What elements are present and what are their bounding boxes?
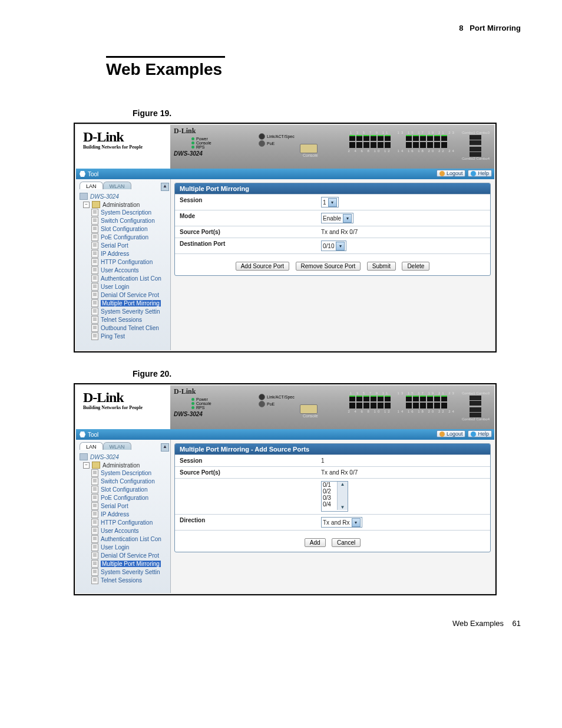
tree-root[interactable]: DWS-3024 [80, 193, 170, 200]
sidebar-item-slot-configuration[interactable]: Slot Configuration [91, 486, 170, 493]
collapse-icon[interactable]: − [83, 202, 90, 208]
tool-menu[interactable]: Tool [80, 431, 98, 438]
direction-label: Direction [180, 517, 321, 528]
page-header: 8 Port Mirroring [41, 24, 521, 32]
brand-tagline: Building Networks for People [83, 144, 167, 150]
sidebar-item-port-mirroring[interactable]: Multiple Port Mirroring [91, 299, 170, 307]
sidebar-item-user-accounts[interactable]: User Accounts [91, 266, 170, 274]
sidebar-item-ip-address[interactable]: IP Address [91, 510, 170, 518]
sidebar-item-outbound-telnet[interactable]: Outbound Telnet Clien [91, 324, 170, 332]
delete-button[interactable]: Delete [402, 262, 429, 271]
logout-button[interactable]: Logout [437, 170, 466, 177]
tab-lan[interactable]: LAN [80, 182, 103, 189]
brand-name: D-Link [83, 130, 167, 144]
remove-source-port-button[interactable]: Remove Source Port [296, 262, 361, 271]
sidebar-item-telnet-sessions[interactable]: Telnet Sessions [91, 577, 170, 584]
page-icon [91, 266, 98, 274]
sidebar-item-serial-port[interactable]: Serial Port [91, 502, 170, 510]
tab-wlan[interactable]: WLAN [103, 182, 131, 189]
port-numbers-top-b: 13 15 17 19 21 23 [398, 131, 456, 134]
port-numbers-bottom-a: 2 4 6 8 10 12 [348, 410, 392, 413]
scroll-up-button[interactable]: ▲ [161, 443, 169, 452]
sidebar-item-poe-configuration[interactable]: PoE Configuration [91, 494, 170, 502]
page-icon [91, 469, 98, 477]
sidebar-item-system-description[interactable]: System Description [91, 469, 170, 477]
sidebar-item-severity[interactable]: System Severity Settin [91, 568, 170, 576]
add-source-port-button[interactable]: Add Source Port [236, 262, 289, 271]
logout-button[interactable]: Logout [437, 430, 466, 437]
scroll-down-icon[interactable]: ▼ [340, 505, 345, 510]
submit-button[interactable]: Submit [367, 262, 396, 271]
indicator-linkact: Link/ACT/Spec [267, 395, 295, 399]
tab-lan[interactable]: LAN [80, 442, 103, 450]
help-icon [471, 431, 476, 437]
page-icon [91, 308, 98, 315]
figure-20-screenshot: D-Link Building Networks for People D-Li… [74, 383, 497, 595]
tree-root[interactable]: DWS-3024 [80, 453, 170, 460]
sidebar-item-label: Denial Of Service Prot [101, 552, 159, 559]
sidebar-item-http-configuration[interactable]: HTTP Configuration [91, 258, 170, 266]
sidebar-item-label: Switch Configuration [101, 478, 155, 485]
add-button[interactable]: Add [305, 538, 326, 547]
indicator-power: Power [196, 397, 208, 401]
page-icon [91, 242, 98, 249]
sidebar-item-ip-address[interactable]: IP Address [91, 250, 170, 258]
tab-wlan[interactable]: WLAN [103, 442, 131, 450]
tree-group-administration[interactable]: −Administration [83, 462, 170, 469]
help-label: Help [478, 431, 489, 437]
source-port-listbox[interactable]: ▲▼ 0/1 0/2 0/3 0/4 [321, 481, 348, 512]
page-icon [91, 316, 98, 324]
direction-select[interactable]: Tx and Rx▾ [321, 517, 362, 528]
scroll-up-icon[interactable]: ▲ [340, 482, 345, 487]
sidebar-item-auth-list[interactable]: Authentication List Con [91, 535, 170, 543]
sidebar-item-slot-configuration[interactable]: Slot Configuration [91, 225, 170, 233]
page-icon [91, 510, 98, 518]
navigation-sidebar: LAN WLAN ▲ DWS-3024 −Administration Syst… [76, 440, 171, 593]
add-source-ports-panel: Multiple Port Mirroring - Add Source Por… [174, 443, 491, 552]
sidebar-item-severity[interactable]: System Severity Settin [91, 308, 170, 315]
content-area: Multiple Port Mirroring - Add Source Por… [171, 440, 494, 593]
help-button[interactable]: Help [468, 170, 492, 177]
scroll-up-button[interactable]: ▲ [161, 183, 169, 191]
section-rule [106, 56, 225, 58]
port-numbers-top-a: 1 3 5 7 9 11 [350, 131, 390, 134]
page-icon [91, 233, 98, 241]
device-icon [80, 453, 88, 460]
indicator-poe: PoE [267, 141, 275, 146]
help-button[interactable]: Help [468, 430, 492, 437]
session-select[interactable]: 1▾ [321, 197, 339, 207]
sidebar-item-telnet-sessions[interactable]: Telnet Sessions [91, 316, 170, 324]
sidebar-item-auth-list[interactable]: Authentication List Con [91, 275, 170, 282]
sidebar-item-user-accounts[interactable]: User Accounts [91, 527, 170, 535]
sidebar-item-http-configuration[interactable]: HTTP Configuration [91, 519, 170, 526]
collapse-icon[interactable]: − [83, 462, 90, 469]
sidebar-item-switch-configuration[interactable]: Switch Configuration [91, 217, 170, 225]
sidebar-item-port-mirroring[interactable]: Multiple Port Mirroring [91, 560, 170, 568]
tree-group-administration[interactable]: −Administration [83, 201, 170, 208]
console-port [300, 144, 318, 153]
sidebar-item-system-description[interactable]: System Description [91, 209, 170, 216]
tool-label: Tool [88, 431, 98, 438]
sidebar-item-serial-port[interactable]: Serial Port [91, 242, 170, 249]
toolbar: Tool Logout Help [76, 169, 494, 179]
sidebar-item-label: User Login [101, 284, 129, 290]
sidebar-item-ping-test[interactable]: Ping Test [91, 332, 170, 340]
cancel-button[interactable]: Cancel [332, 538, 361, 547]
combo-label-top: Combo1 Combo3 [462, 131, 490, 134]
sidebar-item-label: Denial Of Service Prot [101, 292, 159, 298]
sidebar-item-poe-configuration[interactable]: PoE Configuration [91, 233, 170, 241]
mode-select[interactable]: Enable▾ [321, 213, 353, 223]
sidebar-item-dos-protection[interactable]: Denial Of Service Prot [91, 291, 170, 299]
tool-menu[interactable]: Tool [80, 171, 98, 177]
sidebar-item-user-login[interactable]: User Login [91, 283, 170, 291]
sidebar-item-dos-protection[interactable]: Denial Of Service Prot [91, 552, 170, 559]
logout-icon [439, 431, 445, 437]
destination-port-select[interactable]: 0/10▾ [321, 241, 346, 251]
page-icon [91, 283, 98, 291]
sidebar-item-switch-configuration[interactable]: Switch Configuration [91, 477, 170, 485]
brand-logo: D-Link Building Networks for People [76, 386, 170, 429]
page-icon [91, 258, 98, 266]
source-ports-label: Source Port(s) [180, 469, 321, 476]
sidebar-item-user-login[interactable]: User Login [91, 543, 170, 551]
tool-icon [80, 171, 85, 177]
